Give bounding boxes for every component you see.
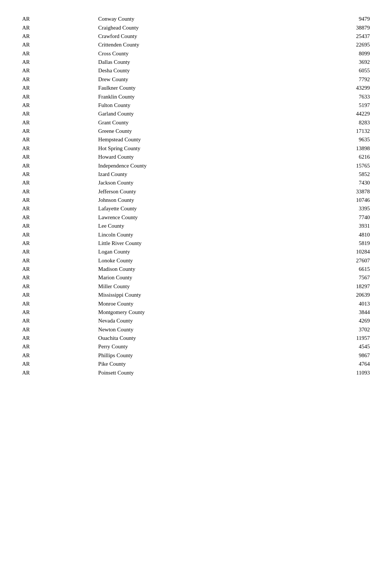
value-cell: 6055 (305, 66, 370, 75)
state-cell: AR (22, 15, 98, 23)
table-row: ARDallas County3692 (22, 58, 370, 66)
county-cell: Monroe County (98, 299, 305, 308)
table-row: ARCrittenden County22695 (22, 41, 370, 49)
county-cell: Poinsett County (98, 368, 305, 377)
value-cell: 9867 (305, 351, 370, 360)
table-row: ARHot Spring County13898 (22, 144, 370, 153)
table-row: ARLogan County10284 (22, 248, 370, 256)
state-cell: AR (22, 282, 98, 291)
value-cell: 20639 (305, 291, 370, 299)
table-row: ARGarland County44229 (22, 110, 370, 118)
value-cell: 9635 (305, 135, 370, 144)
county-cell: Lonoke County (98, 256, 305, 265)
county-cell: Lincoln County (98, 230, 305, 239)
state-cell: AR (22, 49, 98, 58)
value-cell: 25437 (305, 32, 370, 41)
value-cell: 5197 (305, 101, 370, 110)
table-row: ARCraighead County38879 (22, 23, 370, 32)
state-cell: AR (22, 41, 98, 49)
value-cell: 3702 (305, 325, 370, 334)
table-row: ARNevada County4269 (22, 317, 370, 325)
table-row: ARFranklin County7633 (22, 92, 370, 101)
value-cell: 8283 (305, 118, 370, 127)
state-cell: AR (22, 92, 98, 101)
state-cell: AR (22, 222, 98, 230)
value-cell: 33878 (305, 187, 370, 196)
state-cell: AR (22, 118, 98, 127)
state-cell: AR (22, 110, 98, 118)
state-cell: AR (22, 170, 98, 179)
value-cell: 5819 (305, 239, 370, 248)
state-cell: AR (22, 204, 98, 213)
county-cell: Drew County (98, 75, 305, 84)
table-row: ARDesha County6055 (22, 66, 370, 75)
state-cell: AR (22, 230, 98, 239)
county-cell: Grant County (98, 118, 305, 127)
table-row: ARMississippi County20639 (22, 291, 370, 299)
value-cell: 7740 (305, 213, 370, 222)
state-cell: AR (22, 248, 98, 256)
state-cell: AR (22, 23, 98, 32)
county-cell: Newton County (98, 325, 305, 334)
county-cell: Crawford County (98, 32, 305, 41)
value-cell: 27607 (305, 256, 370, 265)
county-cell: Jefferson County (98, 187, 305, 196)
table-row: ARJohnson County10746 (22, 196, 370, 204)
county-cell: Lee County (98, 222, 305, 230)
county-cell: Independence County (98, 161, 305, 170)
table-row: ARJefferson County33878 (22, 187, 370, 196)
value-cell: 11957 (305, 334, 370, 342)
value-cell: 7633 (305, 92, 370, 101)
county-cell: Nevada County (98, 317, 305, 325)
state-cell: AR (22, 325, 98, 334)
state-cell: AR (22, 153, 98, 161)
table-row: ARPoinsett County11093 (22, 368, 370, 377)
state-cell: AR (22, 32, 98, 41)
value-cell: 4810 (305, 230, 370, 239)
table-row: ARPike County4764 (22, 360, 370, 368)
state-cell: AR (22, 213, 98, 222)
value-cell: 7430 (305, 179, 370, 187)
table-row: AROuachita County11957 (22, 334, 370, 342)
value-cell: 11093 (305, 368, 370, 377)
state-cell: AR (22, 273, 98, 282)
county-cell: Faulkner County (98, 84, 305, 92)
county-cell: Howard County (98, 153, 305, 161)
county-data-table: ARConway County9479ARCraighead County388… (22, 15, 370, 377)
county-cell: Lafayette County (98, 204, 305, 213)
table-row: ARJackson County7430 (22, 179, 370, 187)
value-cell: 18297 (305, 282, 370, 291)
county-cell: Ouachita County (98, 334, 305, 342)
state-cell: AR (22, 58, 98, 66)
county-cell: Craighead County (98, 23, 305, 32)
state-cell: AR (22, 144, 98, 153)
county-cell: Madison County (98, 265, 305, 273)
value-cell: 4545 (305, 342, 370, 351)
value-cell: 4013 (305, 299, 370, 308)
county-cell: Greene County (98, 127, 305, 135)
table-row: ARPerry County4545 (22, 342, 370, 351)
county-cell: Cross County (98, 49, 305, 58)
table-row: ARCross County8099 (22, 49, 370, 58)
state-cell: AR (22, 66, 98, 75)
value-cell: 38879 (305, 23, 370, 32)
county-cell: Little River County (98, 239, 305, 248)
county-cell: Montgomery County (98, 308, 305, 317)
value-cell: 15765 (305, 161, 370, 170)
table-row: ARNewton County3702 (22, 325, 370, 334)
value-cell: 7792 (305, 75, 370, 84)
table-row: ARMonroe County4013 (22, 299, 370, 308)
table-row: ARDrew County7792 (22, 75, 370, 84)
value-cell: 10284 (305, 248, 370, 256)
table-row: ARFaulkner County43299 (22, 84, 370, 92)
county-cell: Johnson County (98, 196, 305, 204)
county-cell: Lawrence County (98, 213, 305, 222)
state-cell: AR (22, 196, 98, 204)
table-row: ARLafayette County3395 (22, 204, 370, 213)
county-cell: Miller County (98, 282, 305, 291)
state-cell: AR (22, 84, 98, 92)
state-cell: AR (22, 360, 98, 368)
value-cell: 3395 (305, 204, 370, 213)
county-cell: Fulton County (98, 101, 305, 110)
county-cell: Dallas County (98, 58, 305, 66)
